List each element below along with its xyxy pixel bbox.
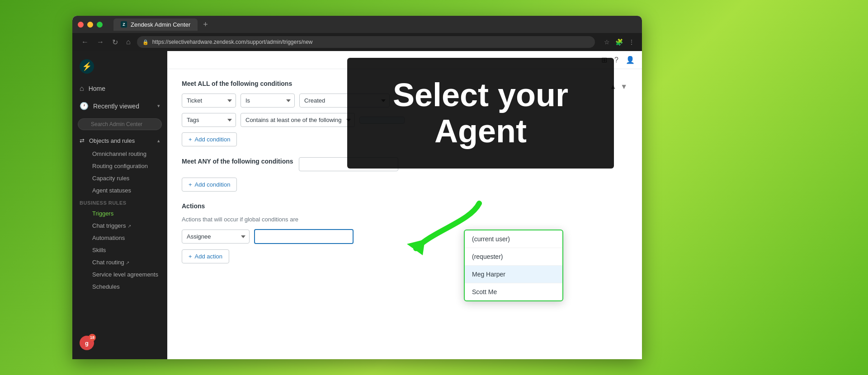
agent-statuses-label: Agent statuses [92,187,131,194]
skills-label: Skills [92,247,106,253]
triggers-label: Triggers [92,210,113,217]
plus-icon2: + [189,181,192,188]
user-avatar-area[interactable]: g 18 [80,336,94,350]
business-rules-group-label: Business rules [72,197,167,207]
sidebar-item-chat-triggers[interactable]: Chat triggers ↗ [72,220,167,232]
zendesk-logo-icon: ⚡ [80,59,94,74]
browser-tab[interactable]: Z Zendesk Admin Center [113,19,198,31]
sidebar-item-schedules[interactable]: Schedules [72,281,167,293]
home-button[interactable]: ⌂ [124,36,132,48]
schedules-label: Schedules [92,283,120,290]
sidebar-logo: ⚡ [72,51,167,80]
notification-badge: 18 [89,334,96,341]
capacity-rules-label: Capacity rules [92,175,129,182]
extensions-icon[interactable]: 🧩 [615,38,623,46]
traffic-light-yellow[interactable] [87,22,93,28]
chevron-down-icon: ▾ [157,103,160,109]
tutorial-overlay: Select your Agent [347,58,614,169]
browser-toolbar-right: ☆ 🧩 ⋮ [604,38,635,46]
condition2-field-select[interactable]: Tags [182,113,236,127]
expand-icon[interactable]: ▼ [620,83,627,91]
condition1-operator-select[interactable]: Is [241,94,295,108]
tutorial-text: Select your Agent [347,77,614,149]
external-link-icon: ↗ [127,224,131,229]
condition1-field-select[interactable]: Ticket [182,94,236,108]
automations-label: Automations [92,234,125,241]
help-icon[interactable]: ? [614,56,618,64]
home-icon: ⌂ [80,84,84,93]
user-icon[interactable]: 👤 [626,56,635,64]
plus-icon: + [189,136,192,143]
omnichannel-routing-label: Omnichannel routing [92,150,146,157]
menu-icon[interactable]: ⋮ [628,38,635,46]
meet-any-label: Meet ANY of the following conditions [182,158,293,165]
address-field[interactable]: 🔒 https://selectivehardware.zendesk.com/… [137,36,595,48]
add-condition-any-label: Add condition [195,181,231,188]
sidebar-item-service-level[interactable]: Service level agreements [72,268,167,281]
sidebar-item-skills[interactable]: Skills [72,244,167,256]
tab-title: Zendesk Admin Center [131,21,190,28]
traffic-light-green[interactable] [97,22,103,28]
condition2-operator-select[interactable]: Contains at least one of the following [241,113,355,127]
objects-and-rules-label: Objects and rules [89,137,135,144]
current-user-label: (current user) [472,235,510,243]
business-rules-label: Business rules [80,200,127,206]
sidebar-item-recently-viewed[interactable]: 🕐 Recently viewed ▾ [72,97,167,115]
chat-routing-label: Chat routing [92,259,124,266]
meg-harper-label: Meg Harper [472,271,505,278]
objects-icon: ⇄ [80,137,85,144]
sidebar-item-routing-configuration[interactable]: Routing configuration [72,160,167,172]
sidebar-item-automations[interactable]: Automations [72,232,167,244]
sidebar-item-agent-statuses[interactable]: Agent statuses [72,184,167,197]
clock-icon: 🕐 [80,102,89,110]
recently-viewed-label: Recently viewed [93,103,139,110]
dropdown-item-scott-me[interactable]: Scott Me [465,283,562,300]
service-level-label: Service level agreements [92,271,158,278]
sidebar-item-triggers[interactable]: Triggers [72,207,167,220]
section-left: ⇄ Objects and rules [80,137,135,144]
meet-all-label: Meet ALL of the following conditions [182,80,292,87]
add-condition-any-button[interactable]: + Add condition [182,178,237,192]
sidebar: ⚡ ⌂ Home 🕐 Recently viewed ▾ 🔍 ⇄ [72,51,167,359]
lock-icon: 🔒 [142,39,149,45]
tab-add-button[interactable]: + [203,20,208,29]
add-condition-all-label: Add condition [195,136,231,143]
bookmark-icon[interactable]: ☆ [604,38,610,46]
sidebar-item-chat-routing[interactable]: Chat routing ↗ [72,256,167,268]
sidebar-search-container: 🔍 [72,115,167,134]
zendesk-favicon-icon: Z [121,21,127,28]
actions-desc: Actions that will occur if global condit… [182,216,627,223]
avatar: g 18 [80,336,94,350]
forward-button[interactable]: → [95,36,106,48]
traffic-light-red[interactable] [78,22,84,28]
plus-icon3: + [189,253,192,260]
action1-value-input[interactable] [254,229,354,244]
sidebar-item-objects-and-rules[interactable]: ⇄ Objects and rules ▴ [72,134,167,148]
chat-triggers-label: Chat triggers [92,222,126,229]
add-action-label: Add action [195,253,222,260]
home-label: Home [89,85,105,92]
sidebar-item-omnichannel-routing[interactable]: Omnichannel routing [72,148,167,160]
url-text: https://selectivehardware.zendesk.com/su… [152,39,313,45]
reload-button[interactable]: ↻ [110,36,120,48]
add-action-button[interactable]: + Add action [182,249,229,263]
dropdown-item-current-user[interactable]: (current user) [465,230,562,248]
chevron-up-icon: ▴ [157,138,160,144]
browser-titlebar: Z Zendesk Admin Center + [72,16,642,33]
sidebar-item-capacity-rules[interactable]: Capacity rules [72,172,167,184]
requester-label: (requester) [472,253,503,260]
routing-configuration-label: Routing configuration [92,163,148,169]
browser-addressbar: ← → ↻ ⌂ 🔒 https://selectivehardware.zend… [72,33,642,51]
actions-label: Actions [182,202,627,210]
scott-me-label: Scott Me [472,288,497,295]
sidebar-item-home[interactable]: ⌂ Home [72,80,167,97]
action1-field-select[interactable]: Assignee [182,230,250,244]
search-input[interactable] [78,118,162,130]
search-wrapper: 🔍 [78,118,162,130]
external-link-icon2: ↗ [126,260,129,265]
add-condition-all-button[interactable]: + Add condition [182,132,237,146]
back-button[interactable]: ← [80,36,90,48]
agent-dropdown: (current user) (requester) Meg Harper Sc… [464,230,563,301]
dropdown-item-meg-harper[interactable]: Meg Harper [465,266,562,283]
dropdown-item-requester[interactable]: (requester) [465,248,562,266]
